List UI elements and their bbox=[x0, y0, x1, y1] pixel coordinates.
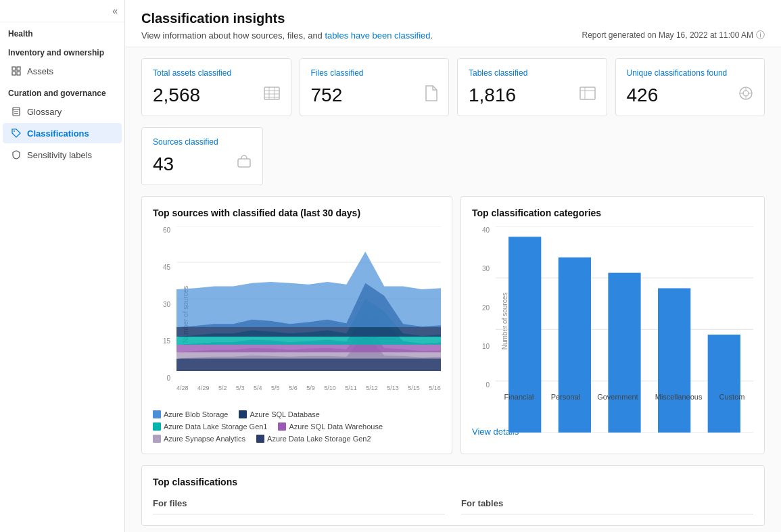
for-tables-section: For tables bbox=[461, 498, 753, 514]
top-classifications-card: Top classifications For files For tables bbox=[141, 465, 765, 526]
report-text: Report generated on May 16, 2022 at 11:0… bbox=[582, 30, 753, 40]
legend-adl-gen2: Azure Data Lake Storage Gen2 bbox=[256, 435, 371, 443]
legend-adl-gen1-color bbox=[153, 422, 161, 431]
top-classifications-title: Top classifications bbox=[153, 477, 753, 487]
desc-suffix: . bbox=[431, 30, 433, 41]
stat-unique-value-row: 426 bbox=[627, 84, 754, 106]
bar-chart-yaxis: 403020100 bbox=[472, 226, 492, 389]
stat-unique: Unique classifications found 426 bbox=[615, 58, 765, 116]
page-header: Classification insights View information… bbox=[125, 0, 781, 47]
legend-sql-db: Azure SQL Database bbox=[239, 410, 320, 418]
area-chart-card: Top sources with classified data (last 3… bbox=[141, 196, 452, 454]
legend-adl-gen1: Azure Data Lake Storage Gen1 bbox=[153, 422, 267, 431]
desc-prefix: View information about how sources, file… bbox=[141, 30, 325, 41]
area-chart-legend: Azure Blob Storage Azure SQL Database Az… bbox=[153, 410, 441, 443]
sidebar-item-sensitivity-label: Sensitivity labels bbox=[27, 150, 92, 160]
legend-blob: Azure Blob Storage bbox=[153, 410, 228, 418]
svg-marker-35 bbox=[176, 251, 441, 327]
legend-blob-color bbox=[153, 410, 161, 418]
sidebar-item-classifications[interactable]: Classifications bbox=[3, 123, 122, 143]
stat-files-value-row: 752 bbox=[311, 84, 438, 106]
legend-sql-dw-color bbox=[278, 422, 286, 431]
bar-chart-container: 403020100 Number of sources bbox=[472, 226, 753, 416]
bar-chart-title: Top classification categories bbox=[472, 208, 753, 218]
grid-icon bbox=[11, 66, 22, 76]
stat-total-assets-value-row: 2,568 bbox=[153, 84, 280, 106]
book-icon bbox=[11, 106, 22, 117]
legend-synapse-color bbox=[153, 435, 161, 443]
sources-row: Sources classified 43 bbox=[125, 127, 781, 196]
shield-icon bbox=[11, 149, 22, 160]
svg-point-8 bbox=[14, 130, 15, 132]
area-chart-container: 604530150 Number of sources bbox=[153, 226, 441, 402]
stat-total-assets-value: 2,568 bbox=[153, 84, 200, 106]
stat-files-value: 752 bbox=[311, 84, 343, 106]
for-tables-row: For files For tables bbox=[153, 498, 753, 514]
svg-rect-0 bbox=[12, 67, 16, 70]
page-title: Classification insights bbox=[141, 11, 765, 26]
bottom-section: Top classifications For files For tables bbox=[125, 465, 781, 532]
main-content: Classification insights View information… bbox=[125, 0, 781, 532]
legend-synapse: Azure Synapse Analytics bbox=[153, 435, 245, 443]
legend-adl-gen2-label: Azure Data Lake Storage Gen2 bbox=[267, 435, 371, 443]
svg-rect-15 bbox=[580, 87, 595, 99]
header-description: View information about how sources, file… bbox=[141, 30, 433, 41]
table-icon bbox=[264, 87, 280, 104]
legend-adl-gen1-label: Azure Data Lake Storage Gen1 bbox=[164, 422, 267, 431]
sidebar-item-classifications-label: Classifications bbox=[27, 128, 89, 139]
area-chart-title: Top sources with classified data (last 3… bbox=[153, 208, 441, 218]
legend-sql-dw-label: Azure SQL Data Warehouse bbox=[289, 422, 383, 431]
sidebar-section-inventory: Inventory and ownership bbox=[0, 41, 124, 60]
legend-adl-gen2-color bbox=[256, 435, 264, 443]
sidebar-collapse-area: « bbox=[0, 0, 124, 22]
legend-sql-dw: Azure SQL Data Warehouse bbox=[278, 422, 383, 431]
legend-blob-label: Azure Blob Storage bbox=[164, 410, 228, 418]
sidebar-item-assets-label: Assets bbox=[27, 66, 53, 76]
sidebar-item-assets[interactable]: Assets bbox=[3, 61, 122, 81]
stat-tables: Tables classified 1,816 bbox=[457, 58, 607, 116]
tag-icon bbox=[11, 128, 22, 139]
area-chart-svg bbox=[176, 226, 441, 371]
charts-row: Top sources with classified data (last 3… bbox=[125, 196, 781, 465]
stats-row: Total assets classified 2,568 Files clas… bbox=[125, 47, 781, 127]
svg-rect-24 bbox=[238, 159, 250, 167]
stat-total-assets: Total assets classified 2,568 bbox=[141, 58, 291, 116]
sidebar-item-glossary-label: Glossary bbox=[27, 107, 62, 117]
svg-point-19 bbox=[743, 91, 749, 96]
bar-label-government: Government bbox=[597, 393, 638, 401]
svg-rect-2 bbox=[12, 72, 16, 75]
table2-icon bbox=[579, 87, 596, 104]
bar-label-miscellaneous: Miscellaneous bbox=[655, 393, 703, 401]
sidebar-section-health: Health bbox=[0, 22, 124, 41]
report-info: Report generated on May 16, 2022 at 11:0… bbox=[582, 29, 765, 41]
svg-rect-1 bbox=[17, 67, 20, 70]
sidebar-item-sensitivity-labels[interactable]: Sensitivity labels bbox=[3, 145, 122, 165]
source-icon bbox=[237, 155, 252, 174]
area-chart-xaxis: 4/284/295/25/35/45/55/65/95/105/115/125/… bbox=[176, 382, 441, 402]
bar-label-custom: Custom bbox=[719, 393, 745, 401]
stat-unique-value: 426 bbox=[627, 84, 659, 106]
stat-tables-value-row: 1,816 bbox=[469, 84, 596, 106]
for-tables-title: For tables bbox=[461, 498, 753, 514]
stat-files: Files classified 752 bbox=[300, 58, 450, 116]
sidebar-item-glossary[interactable]: Glossary bbox=[3, 101, 122, 122]
stat-sources-value: 43 bbox=[153, 153, 174, 175]
legend-sql-db-label: Azure SQL Database bbox=[250, 410, 320, 418]
stat-sources-value-row: 43 bbox=[153, 153, 252, 175]
bar-chart-xaxis: Financial Personal Government Miscellane… bbox=[496, 389, 753, 416]
area-chart-yaxis: 604530150 bbox=[153, 226, 173, 382]
header-sub: View information about how sources, file… bbox=[141, 29, 765, 41]
stat-sources-label: Sources classified bbox=[153, 137, 252, 147]
legend-synapse-label: Azure Synapse Analytics bbox=[164, 435, 245, 443]
tables-link[interactable]: tables have been classified bbox=[325, 30, 430, 41]
for-files-section: For files bbox=[153, 498, 445, 514]
svg-rect-45 bbox=[708, 335, 740, 433]
bar-chart-card: Top classification categories 403020100 … bbox=[460, 196, 765, 454]
stat-unique-label: Unique classifications found bbox=[627, 68, 754, 78]
collapse-button[interactable]: « bbox=[112, 5, 118, 16]
sidebar: « Health Inventory and ownership Assets … bbox=[0, 0, 125, 532]
bar-label-financial: Financial bbox=[504, 393, 534, 401]
file-icon bbox=[424, 85, 437, 105]
stat-files-label: Files classified bbox=[311, 68, 438, 78]
stat-total-assets-label: Total assets classified bbox=[153, 68, 280, 78]
